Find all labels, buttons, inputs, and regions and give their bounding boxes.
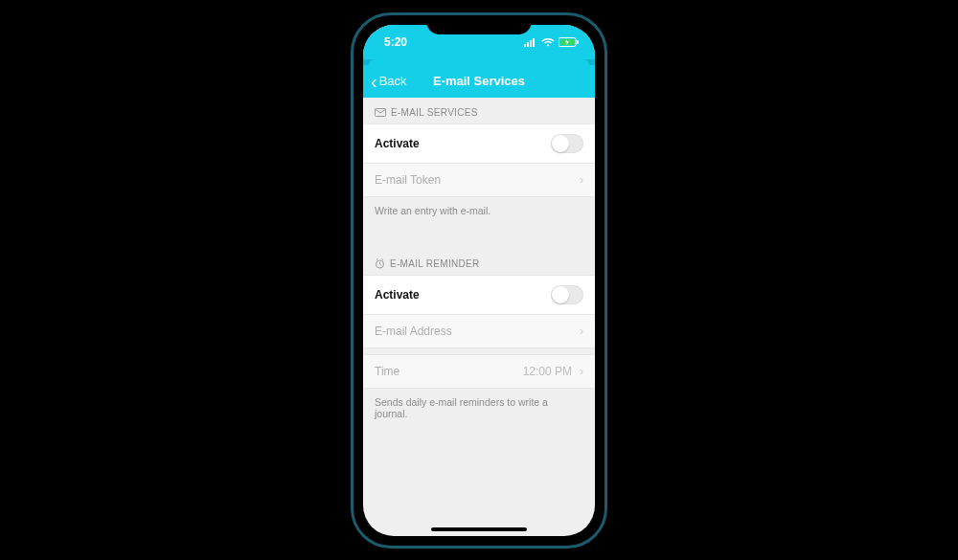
nav-bar: ‹ Back E-mail Services xyxy=(363,65,595,98)
row-activate-reminder[interactable]: Activate xyxy=(363,275,595,315)
svg-rect-7 xyxy=(577,40,579,44)
battery-charging-icon xyxy=(559,37,580,47)
status-time: 5:20 xyxy=(384,35,407,49)
chevron-left-icon: ‹ xyxy=(371,72,377,91)
svg-rect-1 xyxy=(527,42,529,47)
row-email-address[interactable]: E-mail Address › xyxy=(363,315,595,348)
phone-frame: 5:20 ‹ Back E-mail Services xyxy=(351,12,607,549)
svg-point-4 xyxy=(547,44,549,46)
email-token-label: E-mail Token xyxy=(375,173,441,187)
back-label: Back xyxy=(379,74,407,88)
cellular-signal-icon xyxy=(524,37,537,47)
activate-services-toggle[interactable] xyxy=(551,134,583,153)
toggle-knob xyxy=(552,286,569,303)
wifi-icon xyxy=(541,37,555,47)
svg-rect-0 xyxy=(524,44,526,47)
row-email-token[interactable]: E-mail Token › xyxy=(363,164,595,197)
svg-rect-2 xyxy=(530,40,532,47)
chevron-right-icon: › xyxy=(580,365,583,378)
row-time[interactable]: Time 12:00 PM › xyxy=(363,354,595,389)
chevron-right-icon: › xyxy=(580,173,583,187)
envelope-icon xyxy=(375,108,386,117)
toggle-knob xyxy=(552,135,569,152)
section-header-email-services: E-MAIL SERVICES xyxy=(363,98,595,123)
alarm-clock-icon xyxy=(375,258,385,269)
email-address-label: E-mail Address xyxy=(375,325,452,338)
row-activate-services[interactable]: Activate xyxy=(363,123,595,164)
time-value: 12:00 PM xyxy=(523,365,572,378)
settings-content: E-MAIL SERVICES Activate E-mail Token › … xyxy=(363,98,595,437)
section-header-email-reminder: E-MAIL REMINDER xyxy=(363,249,595,275)
back-button[interactable]: ‹ Back xyxy=(363,72,407,91)
section-footer-services: Write an entry with e-mail. xyxy=(363,197,595,234)
home-indicator[interactable] xyxy=(431,527,527,531)
activate-reminder-label: Activate xyxy=(375,288,420,302)
section-header-label: E-MAIL REMINDER xyxy=(390,258,480,269)
section-footer-reminder: Sends daily e-mail reminders to write a … xyxy=(363,389,595,437)
activate-services-label: Activate xyxy=(375,137,420,150)
section-header-label: E-MAIL SERVICES xyxy=(391,107,478,118)
screen: 5:20 ‹ Back E-mail Services xyxy=(363,25,595,536)
device-notch xyxy=(426,15,532,34)
chevron-right-icon: › xyxy=(580,325,583,338)
activate-reminder-toggle[interactable] xyxy=(551,285,583,304)
svg-rect-3 xyxy=(533,38,535,47)
time-label: Time xyxy=(375,365,399,378)
